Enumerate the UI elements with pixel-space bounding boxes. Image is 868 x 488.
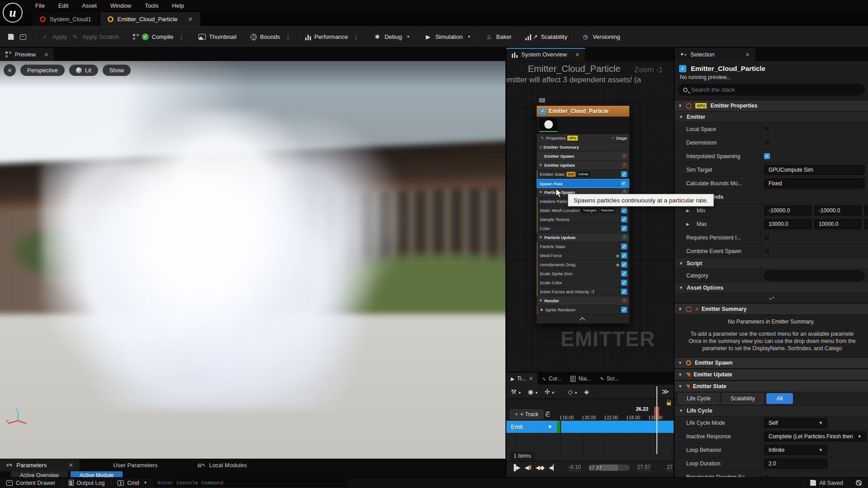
viewport-menu-icon[interactable]: ≡ <box>4 64 16 76</box>
expand-arrow-icon[interactable]: ▶ <box>686 208 689 213</box>
eye-icon[interactable]: ◉ <box>616 253 619 258</box>
prev-frame-icon[interactable]: ◀▏ <box>549 464 558 471</box>
module-enabled-checkbox[interactable]: ✓ <box>621 225 627 231</box>
tab-all[interactable]: All <box>766 393 793 404</box>
collapse-arrow-icon[interactable]: ▼ <box>539 190 542 194</box>
tab-preview[interactable]: Preview ✕ <box>0 48 54 61</box>
baker-button[interactable]: ♨Baker <box>485 33 512 41</box>
emitter-enabled-checkbox[interactable]: ✓ <box>540 108 546 114</box>
apply-scratch-button[interactable]: ✎Apply Scratch <box>71 33 119 41</box>
node-row-aerodynamic-drag[interactable]: Aerodynamic Drag◉✓ <box>537 260 629 269</box>
performance-options-icon[interactable]: ⋮ <box>353 33 359 41</box>
versioning-button[interactable]: ◷Versioning <box>581 33 620 41</box>
expand-arrow-icon[interactable]: ▶ <box>686 222 689 226</box>
close-icon[interactable]: ✕ <box>528 375 533 382</box>
cmd-button[interactable]: ❯Cmd▼ <box>111 478 153 488</box>
tab-scalability[interactable]: Scalability <box>722 393 764 404</box>
tab-niagara-log[interactable]: Nia... <box>566 373 595 385</box>
tab-timeline[interactable]: ▶ Ti... ✕ <box>506 373 538 385</box>
tab-system-cloud1[interactable]: System_Cloud1 <box>33 12 99 26</box>
lock-icon[interactable] <box>667 402 671 405</box>
advanced-expander[interactable]: ⌄ * <box>675 293 868 303</box>
section-script[interactable]: ▼Script <box>675 258 868 269</box>
preview-viewport[interactable]: ≡ Perspective Lit Show z x <box>0 61 505 459</box>
tab-emitter-cloud-particle[interactable]: Emitter_Cloud_Particle ✕ <box>100 12 200 26</box>
determinism-checkbox[interactable] <box>764 140 770 145</box>
close-icon[interactable]: ✕ <box>188 16 193 23</box>
collapse-arrow-icon[interactable]: ▼ <box>539 235 542 239</box>
module-enabled-checkbox[interactable]: ✓ <box>621 307 627 313</box>
compile-button[interactable]: ✓Compile <box>133 33 174 40</box>
section-asset-options[interactable]: ▼Asset Options <box>675 282 868 293</box>
inactive-response-select[interactable]: Complete (Let Particles Finish then▼ <box>764 432 866 441</box>
unreal-logo-icon[interactable]: u <box>3 3 23 23</box>
section-emitter-update[interactable]: ▼◥ Emitter Update <box>675 369 868 380</box>
sim-target-select[interactable]: GPUCompute Sim <box>764 165 864 175</box>
requires-persistent-checkbox[interactable] <box>764 235 770 240</box>
bounds-options-icon[interactable]: ⋮ <box>285 33 291 41</box>
node-group-emitter-spawn[interactable]: Emitter Spawn+ <box>537 152 629 161</box>
add-track-button[interactable]: ++ Track <box>510 409 543 419</box>
section-emitter[interactable]: ▼Emitter <box>675 112 868 122</box>
calculate-bounds-select[interactable]: Fixed <box>764 178 864 188</box>
node-row-static-mesh-location[interactable]: Static Mesh Location Triangles Random ✓ <box>537 206 629 215</box>
close-icon[interactable]: ✕ <box>68 462 73 469</box>
node-group-particle-update[interactable]: ▼Particle Update+ <box>537 233 629 242</box>
show-button[interactable]: Show <box>103 65 131 76</box>
range-last-value[interactable]: 27 <box>667 464 673 471</box>
node-row-sprite-renderer[interactable]: ✶Sprite Renderer✓ <box>537 305 629 314</box>
life-cycle-mode-select[interactable]: Self▼ <box>764 418 827 428</box>
max-x-field[interactable]: 10000.0 <box>764 219 811 229</box>
node-row-emitter-summary[interactable]: ≡ Emitter Summary <box>537 143 629 152</box>
emitter-node-header[interactable]: ✓ Emitter_Cloud_Particle <box>537 106 629 117</box>
track-area[interactable]: 1 items <box>506 433 674 461</box>
close-icon[interactable]: ✕ <box>745 52 750 58</box>
track-filter-icon[interactable]: ⋶ <box>545 411 550 418</box>
module-enabled-checkbox[interactable]: ✓ <box>621 280 627 286</box>
emit-track-row[interactable]: Emit✶ <box>506 421 674 433</box>
emitter-thumbnail[interactable] <box>537 117 629 134</box>
loop-behavior-select[interactable]: Infinite▼ <box>764 445 827 455</box>
local-space-checkbox[interactable] <box>764 126 770 132</box>
sequencer-settings-icon[interactable]: ⚒▼ <box>511 388 521 395</box>
tab-scratch-pad[interactable]: ✎Scr... <box>595 373 623 385</box>
min-z-field[interactable]: -10000.0 <box>864 206 868 216</box>
compile-options-icon[interactable]: ⋮ <box>178 33 184 41</box>
tab-life-cycle[interactable]: Life Cycle <box>678 393 719 404</box>
menu-window[interactable]: Window <box>110 2 131 9</box>
module-enabled-checkbox[interactable]: ✓ <box>621 262 627 267</box>
node-row-sample-texture[interactable]: Sample Texture✓ <box>537 215 629 224</box>
menu-help[interactable]: Help <box>172 2 184 9</box>
prev-key-icon[interactable]: ◀◆ <box>536 464 545 471</box>
output-log-button[interactable]: Output Log <box>62 478 111 488</box>
console-input[interactable] <box>158 480 344 486</box>
view-options-icon[interactable]: ◉▼ <box>528 388 538 395</box>
simulation-button[interactable]: ▶Simulation▼ <box>424 33 471 41</box>
max-z-field[interactable]: 10000.0 <box>864 219 868 229</box>
interpolated-spawning-checkbox[interactable]: ✓ <box>764 153 770 159</box>
node-row-properties[interactable]: ✎ Properties GPU + Stage <box>537 134 629 143</box>
loop-duration-field[interactable]: 2.0 <box>764 459 827 469</box>
section-emitter-state[interactable]: ▼◥ Emitter State <box>675 380 868 392</box>
collapse-arrow-icon[interactable]: ▼ <box>539 299 542 303</box>
module-enabled-checkbox[interactable]: ✓ <box>621 271 627 277</box>
scrubber-thumb[interactable] <box>600 465 618 471</box>
lit-button[interactable]: Lit <box>69 65 98 76</box>
tab-parameters[interactable]: ≡✎ Parameters ✕ <box>0 459 80 471</box>
node-row-wind-force[interactable]: Wind Force◉✓ <box>537 251 629 260</box>
module-enabled-checkbox[interactable]: ✓ <box>621 244 627 249</box>
add-module-icon[interactable]: + <box>622 235 627 240</box>
menu-file[interactable]: File <box>35 2 45 9</box>
emit-track-label[interactable]: Emit✶ <box>506 421 557 433</box>
menu-asset[interactable]: Asset <box>82 2 97 9</box>
module-enabled-checkbox[interactable]: ✓ <box>621 253 627 258</box>
eye-icon[interactable]: ◉ <box>616 263 619 267</box>
close-icon[interactable]: ✕ <box>44 52 48 58</box>
module-enabled-checkbox[interactable]: ✓ <box>621 171 627 177</box>
node-collapse-button[interactable] <box>537 314 629 324</box>
tab-system-overview[interactable]: System Overview ✕ <box>506 48 585 61</box>
node-row-color[interactable]: Color✓ <box>537 224 629 233</box>
revision-control-button[interactable] <box>849 478 868 488</box>
module-enabled-checkbox[interactable]: ✓ <box>621 216 627 222</box>
module-enabled-checkbox[interactable]: ✓ <box>621 207 627 213</box>
